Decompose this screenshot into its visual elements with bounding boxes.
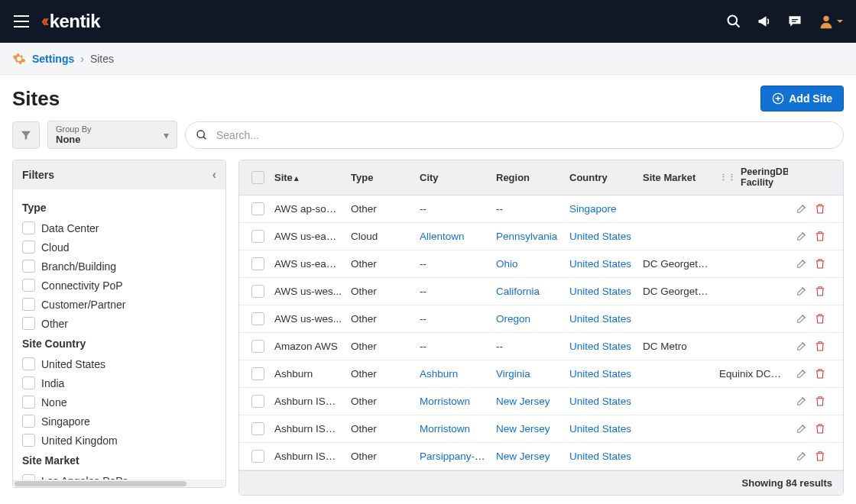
col-site[interactable]: Site▴ bbox=[270, 172, 346, 183]
row-checkbox[interactable] bbox=[251, 395, 264, 408]
row-checkbox[interactable] bbox=[251, 285, 264, 298]
edit-icon[interactable] bbox=[796, 340, 808, 352]
megaphone-icon[interactable] bbox=[757, 14, 772, 29]
country-link[interactable]: United States bbox=[569, 286, 631, 297]
checkbox[interactable] bbox=[22, 434, 35, 447]
col-market[interactable]: Site Market bbox=[638, 172, 715, 183]
region-link[interactable]: Oregon bbox=[496, 313, 530, 325]
city-link[interactable]: Morristown bbox=[420, 423, 470, 435]
edit-icon[interactable] bbox=[796, 395, 808, 407]
city-link[interactable]: Parsippany-T... bbox=[420, 451, 488, 462]
checkbox[interactable] bbox=[22, 298, 35, 311]
region-link[interactable]: New Jersey bbox=[496, 396, 550, 407]
edit-icon[interactable] bbox=[796, 285, 808, 297]
region-link[interactable]: New Jersey bbox=[496, 451, 550, 462]
trash-icon[interactable] bbox=[814, 202, 826, 215]
trash-icon[interactable] bbox=[814, 422, 826, 435]
trash-icon[interactable] bbox=[814, 312, 826, 325]
filter-item[interactable]: United Kingdom bbox=[22, 431, 216, 450]
filter-item[interactable]: United States bbox=[22, 354, 216, 373]
brand-logo[interactable]: ‹‹ kentik bbox=[41, 11, 100, 32]
filter-item[interactable]: Other bbox=[22, 314, 216, 333]
row-checkbox[interactable] bbox=[251, 312, 264, 325]
country-link[interactable]: United States bbox=[569, 341, 631, 352]
filter-item[interactable]: Customer/Partner bbox=[22, 295, 216, 314]
col-region[interactable]: Region bbox=[491, 172, 565, 183]
trash-icon[interactable] bbox=[814, 450, 826, 462]
filter-item[interactable]: Singapore bbox=[22, 412, 216, 431]
country-link[interactable]: United States bbox=[569, 368, 631, 380]
checkbox[interactable] bbox=[22, 279, 35, 292]
edit-icon[interactable] bbox=[796, 230, 808, 242]
checkbox[interactable] bbox=[22, 241, 35, 254]
row-checkbox[interactable] bbox=[251, 257, 264, 270]
user-menu[interactable] bbox=[818, 13, 844, 30]
checkbox[interactable] bbox=[22, 317, 35, 330]
filters-hscroll[interactable] bbox=[13, 480, 225, 487]
row-checkbox[interactable] bbox=[251, 367, 264, 380]
country-link[interactable]: United States bbox=[569, 231, 631, 242]
region-link[interactable]: Ohio bbox=[496, 258, 518, 270]
site-name: AWS us-wes... bbox=[270, 313, 346, 325]
edit-icon[interactable] bbox=[796, 367, 808, 380]
chat-icon[interactable] bbox=[787, 14, 802, 29]
filter-item[interactable]: India bbox=[22, 373, 216, 393]
select-all-checkbox[interactable] bbox=[247, 171, 270, 184]
edit-icon[interactable] bbox=[796, 312, 808, 325]
collapse-filters-button[interactable]: ‹ bbox=[212, 168, 216, 182]
trash-icon[interactable] bbox=[814, 257, 826, 270]
city-link[interactable]: Allentown bbox=[420, 231, 465, 242]
row-checkbox[interactable] bbox=[251, 450, 264, 463]
country-link[interactable]: United States bbox=[569, 313, 631, 325]
edit-icon[interactable] bbox=[796, 422, 808, 435]
checkbox[interactable] bbox=[22, 221, 35, 234]
region-link[interactable]: New Jersey bbox=[496, 423, 550, 435]
city-link[interactable]: Ashburn bbox=[420, 368, 458, 380]
checkbox[interactable] bbox=[22, 474, 35, 480]
groupby-select[interactable]: Group By None ▾ bbox=[47, 121, 177, 149]
filter-item[interactable]: Branch/Building bbox=[22, 257, 216, 276]
breadcrumb-settings-link[interactable]: Settings bbox=[32, 53, 74, 65]
country-link[interactable]: United States bbox=[569, 423, 631, 435]
search-input[interactable] bbox=[185, 121, 844, 149]
checkbox[interactable] bbox=[22, 396, 35, 409]
trash-icon[interactable] bbox=[814, 340, 826, 352]
region-link[interactable]: Pennsylvania bbox=[496, 231, 557, 242]
checkbox[interactable] bbox=[22, 357, 35, 370]
row-checkbox[interactable] bbox=[251, 422, 264, 435]
filter-item[interactable]: None bbox=[22, 393, 216, 412]
row-checkbox[interactable] bbox=[251, 340, 264, 353]
country-link[interactable]: United States bbox=[569, 451, 631, 462]
row-checkbox[interactable] bbox=[251, 202, 264, 215]
col-peer[interactable]: ⋮⋮PeeringDB Facility bbox=[715, 166, 788, 189]
region-link[interactable]: California bbox=[496, 286, 540, 297]
filter-item[interactable]: Connectivity PoP bbox=[22, 276, 216, 295]
checkbox[interactable] bbox=[22, 376, 35, 389]
trash-icon[interactable] bbox=[814, 395, 826, 407]
add-site-button[interactable]: Add Site bbox=[760, 86, 844, 111]
city-link[interactable]: Morristown bbox=[420, 396, 470, 407]
trash-icon[interactable] bbox=[814, 230, 826, 242]
edit-icon[interactable] bbox=[796, 202, 808, 215]
region-link[interactable]: Virginia bbox=[496, 368, 530, 380]
checkbox[interactable] bbox=[22, 260, 35, 273]
edit-icon[interactable] bbox=[796, 450, 808, 462]
hamburger-menu[interactable] bbox=[12, 12, 31, 31]
filter-item[interactable]: Data Center bbox=[22, 218, 216, 237]
trash-icon[interactable] bbox=[814, 367, 826, 380]
filter-item[interactable]: Los Angeles PoPs bbox=[22, 471, 216, 480]
row-checkbox[interactable] bbox=[251, 230, 264, 243]
filter-toggle-button[interactable] bbox=[12, 121, 40, 149]
col-type[interactable]: Type bbox=[346, 172, 415, 183]
country-link[interactable]: United States bbox=[569, 396, 631, 407]
edit-icon[interactable] bbox=[796, 257, 808, 270]
trash-icon[interactable] bbox=[814, 285, 826, 297]
search-icon[interactable] bbox=[726, 14, 741, 29]
filter-item[interactable]: Cloud bbox=[22, 237, 216, 257]
col-country[interactable]: Country bbox=[565, 172, 638, 183]
checkbox[interactable] bbox=[22, 415, 35, 428]
country-link[interactable]: United States bbox=[569, 258, 631, 270]
country-link[interactable]: Singapore bbox=[569, 203, 617, 215]
site-type: Other bbox=[346, 368, 415, 380]
col-city[interactable]: City bbox=[415, 172, 491, 183]
